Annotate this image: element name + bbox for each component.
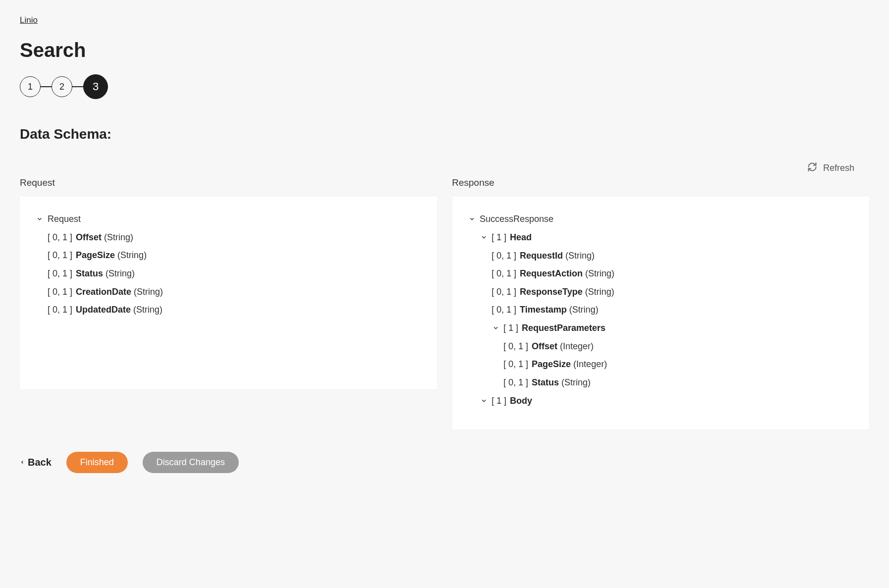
tree-node-successresponse[interactable]: SuccessResponse: [468, 210, 854, 228]
tree-label: [ 1 ] Head: [492, 230, 532, 245]
field-name: ResponseType: [520, 287, 583, 297]
tree-label: [ 1 ] RequestParameters: [504, 321, 606, 335]
step-1[interactable]: 1: [20, 76, 41, 97]
tree-label: [ 1 ] Body: [492, 394, 532, 408]
field-cardinality: [ 0, 1 ]: [48, 305, 72, 315]
request-column: Request Request [ 0, 1 ] Offset (String)…: [20, 177, 437, 429]
schema-field: [ 0, 1 ] CreationDate (String): [48, 283, 421, 301]
field-name: CreationDate: [76, 287, 131, 297]
field-name: PageSize: [76, 250, 115, 260]
request-header: Request: [20, 177, 437, 188]
response-header: Response: [452, 177, 870, 188]
field-type: (String): [133, 305, 162, 315]
response-panel: SuccessResponse [ 1 ] Head [ 0, 1 ] Requ…: [452, 196, 870, 429]
tree-node-requestparameters[interactable]: [ 1 ] RequestParameters: [492, 319, 854, 337]
footer: Back Finished Discard Changes: [20, 452, 869, 473]
field-name: RequestId: [520, 251, 563, 261]
schema-field: [ 0, 1 ] Status (String): [48, 265, 421, 283]
schema-field: [ 0, 1 ] Offset (String): [48, 228, 421, 247]
tree-label: Request: [48, 212, 81, 226]
field-type: (String): [134, 287, 163, 297]
field-type: (String): [105, 268, 135, 278]
field-name: Status: [76, 268, 103, 278]
schema-field: [ 0, 1 ] PageSize (Integer): [504, 355, 854, 374]
field-name: Offset: [76, 232, 102, 242]
field-type: (Integer): [574, 359, 607, 369]
field-name: RequestAction: [520, 268, 583, 278]
field-name: PageSize: [532, 359, 571, 369]
field-cardinality: [ 0, 1 ]: [48, 250, 72, 260]
step-connector: [41, 86, 52, 87]
chevron-left-icon: [20, 457, 25, 468]
refresh-label: Refresh: [823, 163, 854, 173]
field-cardinality: [ 0, 1 ]: [504, 341, 528, 351]
step-2[interactable]: 2: [52, 76, 72, 97]
schema-field: [ 0, 1 ] RequestId (String): [492, 247, 854, 265]
tree-node-body[interactable]: [ 1 ] Body: [480, 392, 854, 410]
refresh-button[interactable]: Refresh: [20, 162, 869, 174]
field-type: (Integer): [560, 341, 594, 351]
tree-node-head[interactable]: [ 1 ] Head: [480, 228, 854, 247]
field-cardinality: [ 0, 1 ]: [48, 232, 72, 242]
field-cardinality: [ 0, 1 ]: [492, 287, 517, 297]
field-cardinality: [ 0, 1 ]: [48, 268, 72, 278]
schema-field: [ 0, 1 ] Timestamp (String): [492, 301, 854, 319]
breadcrumb-link[interactable]: Linio: [20, 15, 38, 25]
field-type: (String): [585, 287, 614, 297]
schema-field: [ 0, 1 ] Status (String): [504, 374, 854, 392]
schema-field: [ 0, 1 ] RequestAction (String): [492, 265, 854, 283]
schema-field: [ 0, 1 ] ResponseType (String): [492, 283, 854, 301]
field-type: (String): [585, 268, 615, 278]
chevron-down-icon[interactable]: [468, 215, 476, 223]
field-cardinality: [ 0, 1 ]: [492, 305, 517, 315]
step-3[interactable]: 3: [83, 74, 108, 99]
response-column: Response SuccessResponse [ 1 ] Head: [452, 177, 870, 429]
chevron-down-icon[interactable]: [492, 324, 500, 332]
chevron-down-icon[interactable]: [480, 397, 488, 405]
stepper: 1 2 3: [20, 74, 869, 99]
schema-field: [ 0, 1 ] PageSize (String): [48, 246, 421, 265]
request-panel: Request [ 0, 1 ] Offset (String)[ 0, 1 ]…: [20, 196, 437, 389]
tree-node-request[interactable]: Request: [36, 210, 421, 228]
refresh-icon: [807, 162, 817, 174]
back-label: Back: [28, 457, 52, 468]
field-type: (String): [566, 251, 595, 261]
field-name: Timestamp: [520, 305, 567, 315]
chevron-down-icon[interactable]: [480, 233, 488, 241]
step-connector: [72, 86, 83, 87]
tree-label: SuccessResponse: [480, 212, 554, 226]
chevron-down-icon[interactable]: [36, 215, 44, 223]
field-cardinality: [ 0, 1 ]: [48, 287, 72, 297]
discard-changes-button[interactable]: Discard Changes: [143, 452, 239, 473]
field-name: UpdatedDate: [76, 305, 131, 315]
field-cardinality: [ 0, 1 ]: [504, 359, 528, 369]
field-type: (String): [562, 377, 591, 387]
section-title: Data Schema:: [20, 126, 869, 142]
back-button[interactable]: Back: [20, 457, 52, 468]
field-name: Status: [532, 377, 559, 387]
field-cardinality: [ 0, 1 ]: [504, 377, 528, 387]
page-title: Search: [20, 39, 869, 61]
field-type: (String): [569, 305, 598, 315]
finished-button[interactable]: Finished: [66, 452, 128, 473]
schema-field: [ 0, 1 ] UpdatedDate (String): [48, 301, 421, 319]
schema-field: [ 0, 1 ] Offset (Integer): [504, 337, 854, 356]
field-cardinality: [ 0, 1 ]: [492, 268, 517, 278]
field-type: (String): [104, 232, 133, 242]
field-type: (String): [117, 250, 147, 260]
field-name: Offset: [532, 341, 558, 351]
field-cardinality: [ 0, 1 ]: [492, 251, 517, 261]
